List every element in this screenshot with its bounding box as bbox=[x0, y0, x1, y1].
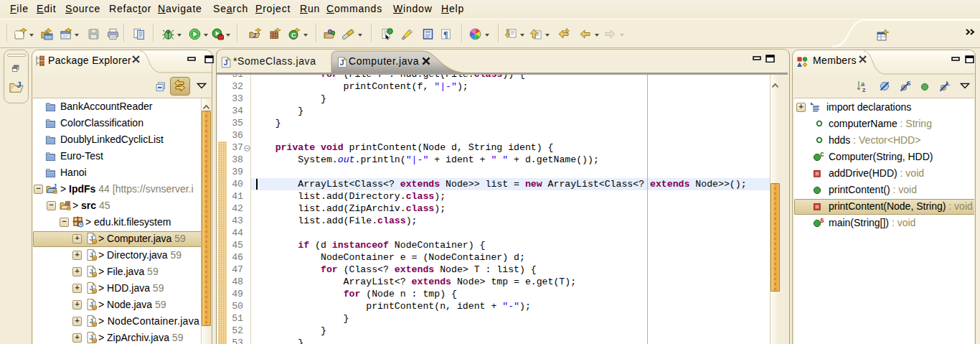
svg-text:¶: ¶ bbox=[443, 29, 448, 39]
svg-text:J: J bbox=[253, 32, 256, 39]
svg-text:C: C bbox=[291, 31, 296, 39]
svg-text:z: z bbox=[862, 86, 866, 93]
svg-text:J: J bbox=[17, 80, 22, 90]
